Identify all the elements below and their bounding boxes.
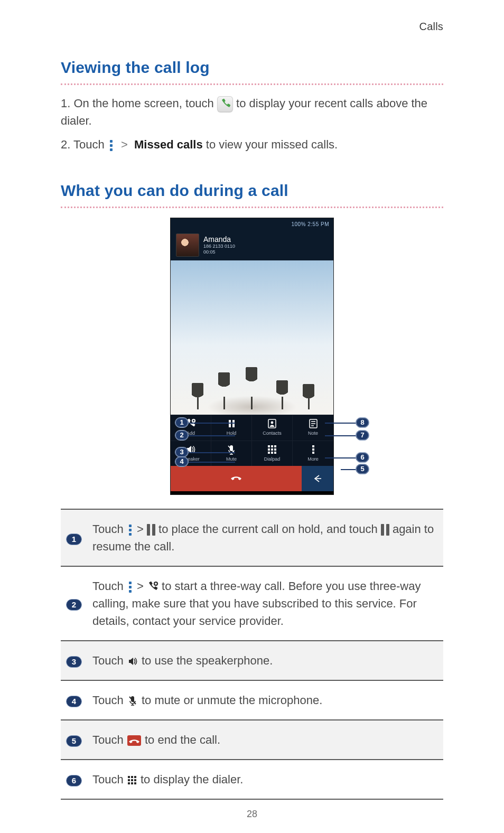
dialpad-icon: [127, 775, 137, 785]
end-call-button[interactable]: [171, 466, 302, 491]
ctrl-dialpad[interactable]: Dialpad: [252, 441, 293, 466]
ctrl-hold[interactable]: Hold: [211, 415, 252, 441]
callout-2: 2: [175, 430, 189, 441]
call-wallpaper: [171, 260, 333, 415]
note-icon: [308, 418, 319, 429]
screenshot-figure: 100% 2:55 PM Amanda 186 2133 0110 00:05: [61, 218, 443, 495]
pause-icon: [147, 524, 155, 536]
more-icon: [308, 444, 319, 455]
table-row: 6 Touch to display the dialer.: [61, 760, 443, 799]
android-navbar: [171, 491, 333, 495]
divider-dotted-2: [61, 207, 443, 208]
row-badge-6: 6: [66, 775, 82, 787]
step2-gt: >: [118, 138, 131, 151]
callout-5: 5: [356, 464, 369, 474]
page: Calls Viewing the call log 1. On the hom…: [0, 0, 504, 833]
avatar: [176, 233, 199, 257]
call-header: Amanda 186 2133 0110 00:05: [171, 230, 333, 260]
phone-mock: 100% 2:55 PM Amanda 186 2133 0110 00:05: [170, 218, 334, 495]
callout-1: 1: [175, 417, 189, 428]
endcall-row: [171, 466, 333, 491]
ctrl-more[interactable]: More: [293, 441, 333, 466]
row-text-6: Touch to display the dialer.: [87, 760, 443, 799]
page-number: 28: [0, 807, 504, 821]
end-call-icon: [127, 735, 142, 746]
row-text-2: Touch > to start a three-way call. Befor…: [87, 566, 443, 641]
more-options-icon: [108, 140, 115, 151]
callout-8: 8: [356, 417, 369, 428]
add-call-icon: [147, 582, 158, 592]
controls-row-1: Add Hold Contacts Note: [171, 415, 333, 441]
pause-icon: [381, 524, 389, 536]
divider-dotted: [61, 83, 443, 85]
ctrl-more-label: More: [293, 456, 333, 463]
table-row: 3 Touch to use the speakerphone.: [61, 641, 443, 680]
caller-name: Amanda: [203, 236, 235, 244]
more-options-icon: [127, 525, 134, 536]
end-call-icon: [229, 472, 243, 485]
section-body: 1. On the home screen, touch to display …: [61, 95, 443, 153]
dialer-app-icon: [217, 96, 233, 112]
step2-bold: Missed calls: [134, 138, 203, 151]
caller-number: 186 2133 0110: [203, 244, 235, 249]
back-arrow-icon: [312, 473, 323, 484]
row-text-1: Touch > to place the current call on hol…: [87, 509, 443, 566]
step-2: 2. Touch > Missed calls to view your mis…: [61, 136, 443, 153]
ctrl-note[interactable]: Note: [293, 415, 333, 441]
callout-3: 3: [175, 447, 189, 457]
heading-viewing-call-log: Viewing the call log: [61, 55, 443, 79]
row-badge-4: 4: [66, 696, 82, 707]
status-bar: 100% 2:55 PM: [171, 218, 333, 230]
table-row: 5 Touch to end the call.: [61, 720, 443, 760]
dialpad-icon: [267, 444, 277, 455]
step2-suffix: to view your missed calls.: [206, 138, 338, 151]
hold-icon: [226, 418, 237, 429]
step1-prefix: 1. On the home screen, touch: [61, 97, 217, 110]
status-right: 100% 2:55 PM: [291, 220, 329, 228]
row-text-5: Touch to end the call.: [87, 720, 443, 760]
callout-table: 1 Touch > to place the current call on h…: [61, 509, 443, 800]
contacts-icon: [267, 418, 277, 429]
mute-icon: [127, 695, 138, 707]
callout-7: 7: [356, 430, 369, 441]
running-head: Calls: [61, 18, 443, 34]
ctrl-contacts[interactable]: Contacts: [252, 415, 293, 441]
more-options-icon: [127, 582, 134, 593]
return-button[interactable]: [302, 466, 333, 491]
speaker-icon: [127, 656, 138, 667]
row-text-3: Touch to use the speakerphone.: [87, 641, 443, 680]
row-badge-3: 3: [66, 656, 82, 668]
table-row: 4 Touch to mute or unmute the microphone…: [61, 680, 443, 720]
table-row: 1 Touch > to place the current call on h…: [61, 509, 443, 566]
step2-prefix: 2. Touch: [61, 138, 108, 151]
ctrl-dialpad-label: Dialpad: [252, 456, 292, 463]
call-elapsed: 00:05: [203, 249, 235, 255]
callout-6: 6: [356, 452, 369, 463]
step-1: 1. On the home screen, touch to display …: [61, 95, 443, 129]
ctrl-contacts-label: Contacts: [252, 430, 292, 437]
row-badge-2: 2: [66, 599, 82, 611]
row-badge-5: 5: [66, 735, 82, 747]
callout-4: 4: [175, 456, 189, 467]
row-badge-1: 1: [66, 534, 82, 545]
table-row: 2 Touch > to start a three-way call. Bef…: [61, 566, 443, 641]
row-text-4: Touch to mute or unmute the microphone.: [87, 680, 443, 720]
heading-during-call: What you can do during a call: [61, 179, 443, 202]
